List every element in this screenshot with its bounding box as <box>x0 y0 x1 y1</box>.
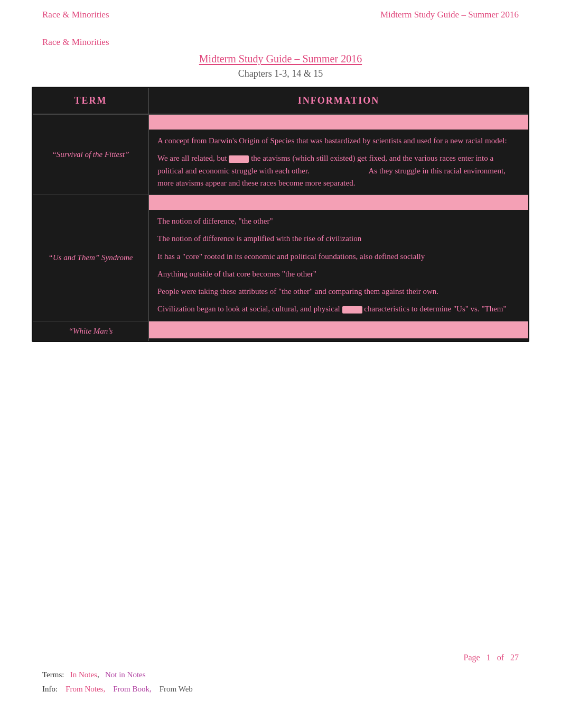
us-them-line-6: Civilization began to look at social, cu… <box>157 303 520 315</box>
table-row-white-mans: “White Man’s <box>33 321 528 341</box>
legend-info-line: Info: From Notes, From Book, From Web <box>42 682 519 696</box>
page-number: 1 <box>487 653 491 662</box>
table-header-row: TERM INFORMATION <box>33 88 528 114</box>
inline-redact-2 <box>342 306 362 314</box>
main-table: TERM INFORMATION “Survival of the Fittes… <box>32 87 529 342</box>
col-info-us-them: The notion of difference, "the other" Th… <box>149 195 528 321</box>
page-header: Race & Minorities Midterm Study Guide – … <box>0 0 561 20</box>
col-term-white-mans: “White Man’s <box>33 321 149 341</box>
survival-info-line-1: A concept from Darwin's Origin of Specie… <box>157 135 520 147</box>
study-guide-title: Midterm Study Guide – Summer 2016 <box>42 53 519 65</box>
page-number-line: Page 1 of 27 <box>42 653 519 662</box>
term-us-them-label: “Us and Them” Syndrome <box>38 253 143 262</box>
header-title-left: Race & Minorities <box>42 10 109 20</box>
page-footer: Page 1 of 27 Terms: In Notes, Not in Not… <box>0 653 561 696</box>
inline-redact-1 <box>229 155 249 163</box>
col-term-us-them: “Us and Them” Syndrome <box>33 195 149 321</box>
legend-from-book: From Book, <box>113 685 152 693</box>
us-them-line-5: People were taking these attributes of "… <box>157 285 520 298</box>
term-survival-label: “Survival of the Fittest” <box>38 150 143 159</box>
us-them-line-4: Anything outside of that core becomes "t… <box>157 268 520 280</box>
section-title: Race & Minorities <box>42 37 519 48</box>
chapters-subtitle: Chapters 1-3, 14 & 15 <box>42 68 519 79</box>
terms-label: Terms: <box>42 670 64 679</box>
col-info-survival: A concept from Darwin's Origin of Specie… <box>149 115 528 195</box>
header-title-right: Midterm Study Guide – Summer 2016 <box>380 10 519 20</box>
info-highlight-bar <box>149 115 528 130</box>
col-info-white-mans-highlight <box>149 321 528 338</box>
legend-from-web: From Web <box>160 685 193 693</box>
us-them-line-1: The notion of difference, "the other" <box>157 215 520 227</box>
col-info-header: INFORMATION <box>149 88 528 114</box>
section-header: Race & Minorities Midterm Study Guide – … <box>0 20 561 79</box>
legend-from-notes: From Notes, <box>66 685 105 693</box>
legend-terms-line: Terms: In Notes, Not in Notes <box>42 668 519 682</box>
legend-comma: , <box>97 670 99 679</box>
us-them-line-2: The notion of difference is amplified wi… <box>157 233 520 245</box>
table-row-us-them: “Us and Them” Syndrome The notion of dif… <box>33 195 528 321</box>
info-label: Info: <box>42 685 58 693</box>
info-text-survival: A concept from Darwin's Origin of Specie… <box>149 130 528 195</box>
survival-info-line-2: We are all related, but the atavisms (wh… <box>157 152 520 189</box>
page-total: 27 <box>510 653 519 662</box>
col-term-survival: “Survival of the Fittest” <box>33 115 149 195</box>
legend-not-in-notes: Not in Notes <box>105 670 146 679</box>
legend-in-notes: In Notes <box>70 670 97 679</box>
table-row: “Survival of the Fittest” A concept from… <box>33 114 528 195</box>
col-term-header: TERM <box>33 88 149 114</box>
info-highlight-bar-2 <box>149 195 528 210</box>
info-text-us-them: The notion of difference, "the other" Th… <box>149 210 528 321</box>
us-them-line-3: It has a "core" rooted in its economic a… <box>157 251 520 263</box>
page-of: of <box>497 653 504 662</box>
term-white-mans-label: “White Man’s <box>38 327 143 336</box>
page-label: Page <box>464 653 480 662</box>
